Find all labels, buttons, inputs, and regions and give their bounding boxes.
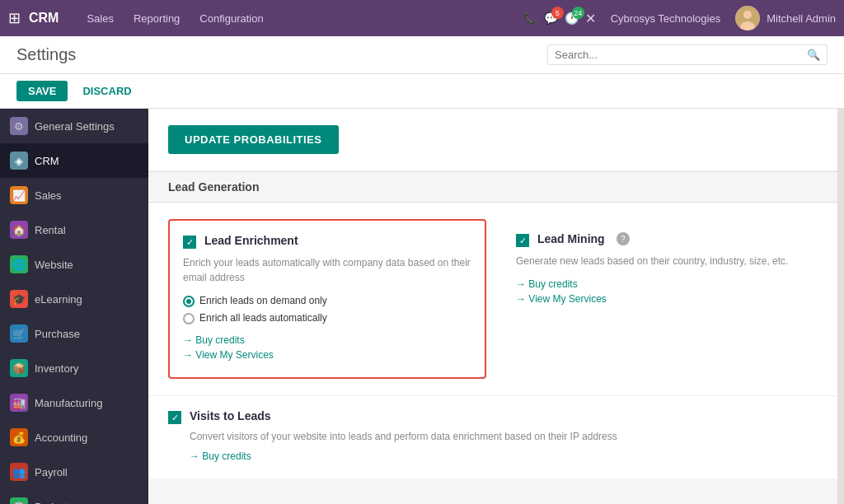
top-navigation: ⊞ CRM Sales Reporting Configuration 📞 💬5… — [0, 0, 844, 36]
toolbar: SAVE DISCARD — [0, 74, 844, 109]
nav-sales[interactable]: Sales — [78, 9, 122, 28]
sidebar-item-elearning[interactable]: 🎓 eLearning — [0, 282, 148, 316]
body-area: ⚙ General Settings ◈ CRM 📈 Sales 🏠 Renta… — [0, 109, 844, 504]
visits-header: Visits to Leads — [168, 409, 818, 424]
lead-enrichment-header: Lead Enrichment — [183, 234, 471, 249]
sidebar-item-sales[interactable]: 📈 Sales — [0, 178, 148, 212]
sidebar-label-general-settings: General Settings — [35, 120, 115, 133]
sidebar-label-inventory: Inventory — [35, 362, 78, 375]
nav-configuration[interactable]: Configuration — [191, 9, 271, 28]
elearning-icon: 🎓 — [10, 290, 28, 308]
main-content: UPDATE PROBABILITIES Lead Generation Lea… — [148, 109, 837, 504]
sidebar-label-sales: Sales — [35, 189, 62, 202]
enrichment-view-services-link[interactable]: View My Services — [183, 349, 471, 361]
page-header: Settings 🔍 — [0, 36, 844, 74]
sidebar-label-accounting: Accounting — [35, 432, 87, 444]
lead-mining-checkbox[interactable] — [516, 234, 529, 247]
search-icon: 🔍 — [807, 49, 820, 61]
sidebar-item-inventory[interactable]: 📦 Inventory — [0, 351, 148, 385]
search-input[interactable] — [555, 49, 807, 61]
discard-button[interactable]: DISCARD — [74, 81, 139, 101]
sidebar-label-crm: CRM — [35, 155, 59, 167]
svg-point-1 — [743, 11, 752, 19]
chat-icon[interactable]: 💬5 — [544, 12, 558, 25]
brand-logo[interactable]: CRM — [29, 11, 59, 26]
content-inner: UPDATE PROBABILITIES Lead Generation Lea… — [148, 109, 837, 478]
lead-mining-header: Lead Mining ? — [516, 232, 804, 247]
sidebar-label-elearning: eLearning — [35, 293, 82, 306]
search-bar: 🔍 — [547, 44, 828, 65]
visits-buy-credits-link[interactable]: Buy credits — [190, 450, 818, 462]
sidebar-label-payroll: Payroll — [35, 466, 68, 478]
sidebar-label-rental: Rental — [35, 224, 66, 236]
manufacturing-icon: 🏭 — [10, 394, 28, 412]
save-button[interactable]: SAVE — [16, 81, 68, 101]
sales-icon: 📈 — [10, 186, 28, 204]
sidebar-item-website[interactable]: 🌐 Website — [0, 247, 148, 282]
mining-view-services-link[interactable]: View My Services — [516, 293, 804, 305]
project-icon: 📋 — [10, 497, 28, 504]
avatar[interactable] — [735, 6, 760, 30]
mining-buy-credits-link[interactable]: Buy credits — [516, 278, 804, 290]
cards-row: Lead Enrichment Enrich your leads automa… — [148, 203, 837, 395]
sidebar-label-manufacturing: Manufacturing — [35, 397, 102, 409]
sidebar-item-crm[interactable]: ◈ CRM — [0, 143, 148, 178]
radio-all-leads-indicator — [183, 313, 195, 324]
purchase-icon: 🛒 — [10, 324, 28, 343]
page: Settings 🔍 SAVE DISCARD ⚙ General Settin… — [0, 36, 844, 504]
radio-on-demand-label: Enrich leads on demand only — [199, 295, 327, 306]
sidebar-item-accounting[interactable]: 💰 Accounting — [0, 420, 148, 455]
phone-icon[interactable]: 📞 — [523, 12, 537, 25]
sidebar-item-purchase[interactable]: 🛒 Purchase — [0, 316, 148, 351]
sidebar-item-general-settings[interactable]: ⚙ General Settings — [0, 109, 148, 143]
sidebar: ⚙ General Settings ◈ CRM 📈 Sales 🏠 Renta… — [0, 109, 148, 504]
grid-icon[interactable]: ⊞ — [8, 9, 21, 27]
sidebar-label-project: Project — [35, 501, 68, 505]
update-probabilities-section: UPDATE PROBABILITIES — [148, 109, 837, 171]
close-icon[interactable]: ✕ — [585, 11, 596, 26]
radio-enrich-on-demand[interactable]: Enrich leads on demand only — [183, 295, 471, 307]
website-icon: 🌐 — [10, 255, 28, 273]
radio-all-leads-label: Enrich all leads automatically — [199, 312, 327, 324]
lead-enrichment-checkbox[interactable] — [183, 236, 196, 249]
sidebar-item-manufacturing[interactable]: 🏭 Manufacturing — [0, 385, 148, 420]
lead-mining-title: Lead Mining — [537, 232, 605, 245]
visits-to-leads-subtitle: Convert visitors of your website into le… — [190, 429, 818, 444]
visits-to-leads-checkbox[interactable] — [168, 411, 181, 424]
crm-icon: ◈ — [10, 152, 28, 170]
accounting-icon: 💰 — [10, 428, 28, 446]
clock-icon[interactable]: 🕐24 — [565, 12, 579, 25]
sidebar-item-payroll[interactable]: 👥 Payroll — [0, 455, 148, 489]
sidebar-label-purchase: Purchase — [35, 328, 80, 340]
lead-generation-header: Lead Generation — [148, 171, 837, 203]
inventory-icon: 📦 — [10, 359, 28, 377]
sidebar-label-website: Website — [35, 259, 73, 271]
lead-mining-help-icon[interactable]: ? — [617, 232, 630, 245]
gear-icon: ⚙ — [10, 117, 28, 135]
lead-enrichment-card: Lead Enrichment Enrich your leads automa… — [168, 219, 486, 379]
sidebar-item-project[interactable]: 📋 Project — [0, 489, 148, 504]
page-title: Settings — [16, 45, 76, 64]
update-probabilities-button[interactable]: UPDATE PROBABILITIES — [168, 125, 339, 154]
lead-mining-subtitle: Generate new leads based on their countr… — [516, 254, 804, 268]
nav-icons: 📞 💬5 🕐24 ✕ Cybrosys Technologies Mitchel… — [523, 6, 836, 30]
visits-to-leads-title: Visits to Leads — [190, 409, 271, 422]
chat-badge: 5 — [551, 7, 564, 19]
company-name: Cybrosys Technologies — [611, 12, 720, 25]
nav-reporting[interactable]: Reporting — [125, 9, 188, 28]
enrichment-buy-credits-link[interactable]: Buy credits — [183, 334, 471, 346]
right-scrollbar[interactable] — [837, 109, 844, 504]
payroll-icon: 👥 — [10, 463, 28, 481]
lead-mining-card: Lead Mining ? Generate new leads based o… — [503, 219, 818, 379]
visits-to-leads-section: Visits to Leads Convert visitors of your… — [148, 395, 837, 478]
user-name: Mitchell Admin — [767, 12, 836, 25]
radio-enrich-all[interactable]: Enrich all leads automatically — [183, 312, 471, 324]
lead-enrichment-subtitle: Enrich your leads automatically with com… — [183, 255, 471, 285]
sidebar-item-rental[interactable]: 🏠 Rental — [0, 212, 148, 247]
rental-icon: 🏠 — [10, 221, 28, 239]
clock-badge: 24 — [572, 7, 584, 19]
radio-on-demand-indicator — [183, 296, 195, 307]
lead-enrichment-title: Lead Enrichment — [204, 234, 298, 247]
lead-enrichment-radio-group: Enrich leads on demand only Enrich all l… — [183, 295, 471, 324]
